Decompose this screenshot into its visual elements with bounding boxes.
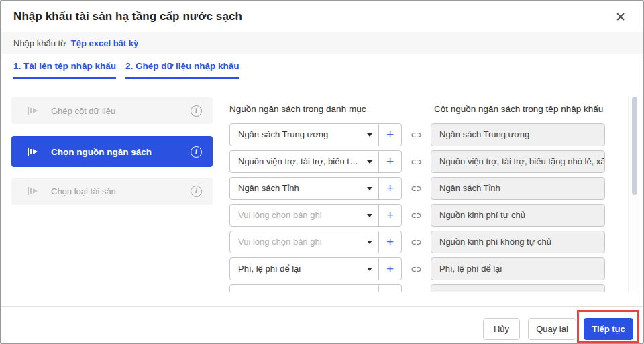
chevron-down-icon <box>361 258 378 280</box>
close-icon[interactable]: ✕ <box>612 8 629 25</box>
step-label: Chọn nguồn ngân sách <box>51 147 152 157</box>
file-column-value: Nguồn kinh phí tự chủ <box>431 204 605 227</box>
add-budget-source-button[interactable]: + <box>378 178 401 199</box>
add-budget-source-button[interactable]: + <box>378 285 401 292</box>
link-icon <box>402 177 431 200</box>
tab-upload-file[interactable]: 1. Tải lên tệp nhập khẩu <box>13 61 116 79</box>
add-budget-source-button[interactable]: + <box>378 231 401 253</box>
budget-source-select[interactable]: Nguồn viện trợ, tài trợ, biếu tặng nhỏ l… <box>230 151 361 172</box>
file-column-value: Ngân sách Trung ương <box>431 123 605 146</box>
budget-source-dropdown-group: Ngân sách Trung ương + <box>229 123 402 146</box>
sidebar-item-map-columns[interactable]: Ghép cột dữ liệu i <box>11 97 213 124</box>
link-icon <box>402 204 431 227</box>
step-label: Chọn loại tài sản <box>51 186 116 196</box>
budget-source-dropdown-group: + <box>229 284 402 292</box>
mapping-rows-viewport: Ngân sách Trung ương + Ngân sách Trung ư… <box>229 123 623 292</box>
mapping-row: Vui lòng chọn bản ghi + Nguồn kinh phí t… <box>229 204 623 227</box>
import-from-label: Nhập khẩu từ <box>13 38 66 48</box>
link-icon <box>402 123 431 146</box>
budget-source-select[interactable]: Phí, lệ phí để lại <box>230 258 361 280</box>
info-icon[interactable]: i <box>191 105 202 117</box>
mapping-row: Ngân sách Tỉnh + Ngân sách Tỉnh <box>229 177 623 200</box>
budget-source-dropdown-group: Vui lòng chọn bản ghi + <box>229 231 402 253</box>
mapping-row: Vui lòng chọn bản ghi + Nguồn kinh phí k… <box>229 231 623 253</box>
mapping-row: Nguồn viện trợ, tài trợ, biếu tặng nhỏ l… <box>229 150 623 173</box>
sidebar-item-select-budget-source[interactable]: Chọn nguồn ngân sách i <box>11 136 213 167</box>
dialog-title-bar: Nhập khẩu tài sản hạ tầng cấp nước sạch … <box>1 1 643 32</box>
chevron-down-icon <box>361 231 378 253</box>
chevron-down-icon <box>361 178 378 199</box>
file-column-value <box>431 284 605 292</box>
budget-source-dropdown-group: Phí, lệ phí để lại + <box>229 257 402 280</box>
info-icon[interactable]: i <box>191 186 202 197</box>
link-icon <box>402 284 431 292</box>
budget-source-select[interactable]: Ngân sách Trung ương <box>230 124 361 146</box>
import-dialog: Nhập khẩu tài sản hạ tầng cấp nước sạch … <box>0 0 644 344</box>
budget-source-dropdown-group: Vui lòng chọn bản ghi + <box>229 204 402 227</box>
cancel-button[interactable]: Hủy <box>483 318 520 340</box>
file-column-value: Phí, lệ phí để lại <box>431 257 605 280</box>
budget-source-select[interactable]: Vui lòng chọn bản ghi <box>230 231 361 253</box>
link-icon <box>402 231 431 253</box>
dialog-title: Nhập khẩu tài sản hạ tầng cấp nước sạch <box>13 10 242 23</box>
chevron-down-icon <box>361 151 378 172</box>
step-icon <box>28 147 39 156</box>
file-column-value: Ngân sách Tỉnh <box>431 177 605 200</box>
link-icon <box>402 150 431 173</box>
chevron-down-icon <box>361 124 378 146</box>
mapping-row: + <box>229 284 623 292</box>
tab-map-data[interactable]: 2. Ghép dữ liệu nhập khẩu <box>125 61 239 79</box>
add-budget-source-button[interactable]: + <box>378 258 401 280</box>
chevron-down-icon <box>361 205 378 226</box>
back-button[interactable]: Quay lại <box>528 318 576 340</box>
step-label: Ghép cột dữ liệu <box>51 106 115 116</box>
chevron-down-icon <box>361 285 378 292</box>
add-budget-source-button[interactable]: + <box>378 151 401 172</box>
budget-source-dropdown-group: Nguồn viện trợ, tài trợ, biếu tặng nhỏ l… <box>229 150 402 173</box>
mapping-row: Phí, lệ phí để lại + Phí, lệ phí để lại <box>229 257 623 280</box>
step-icon <box>28 186 39 196</box>
import-source-bar: Nhập khẩu từ Tệp excel bất kỳ <box>1 32 643 54</box>
step-icon <box>28 106 39 115</box>
continue-button[interactable]: Tiếp tục <box>584 318 633 340</box>
scrollbar-thumb[interactable] <box>632 97 637 195</box>
footer-divider <box>1 306 643 307</box>
link-icon <box>402 257 431 280</box>
info-icon[interactable]: i <box>191 146 202 158</box>
sidebar-item-select-asset-type[interactable]: Chọn loại tài sản i <box>11 178 213 205</box>
column-header-file-budget-source: Cột nguồn ngân sách trong tệp nhập khẩu <box>434 104 603 114</box>
wizard-tabs: 1. Tải lên tệp nhập khẩu 2. Ghép dữ liệu… <box>1 54 643 81</box>
budget-source-select[interactable]: Ngân sách Tỉnh <box>230 178 361 199</box>
add-budget-source-button[interactable]: + <box>378 205 401 226</box>
mapping-row: Ngân sách Trung ương + Ngân sách Trung ư… <box>229 123 623 146</box>
file-column-value: Nguồn kinh phí không tự chủ <box>431 231 605 253</box>
file-column-value: Nguồn viện trợ, tài trợ, biếu tặng nhỏ l… <box>431 150 605 173</box>
budget-source-select[interactable]: Vui lòng chọn bản ghi <box>230 205 361 226</box>
excel-file-link[interactable]: Tệp excel bất kỳ <box>71 38 138 48</box>
column-header-catalog-budget-source: Nguồn ngân sách trong danh mục <box>229 104 366 114</box>
add-budget-source-button[interactable]: + <box>378 124 401 146</box>
budget-source-dropdown-group: Ngân sách Tỉnh + <box>229 177 402 200</box>
budget-source-select[interactable] <box>230 285 361 292</box>
